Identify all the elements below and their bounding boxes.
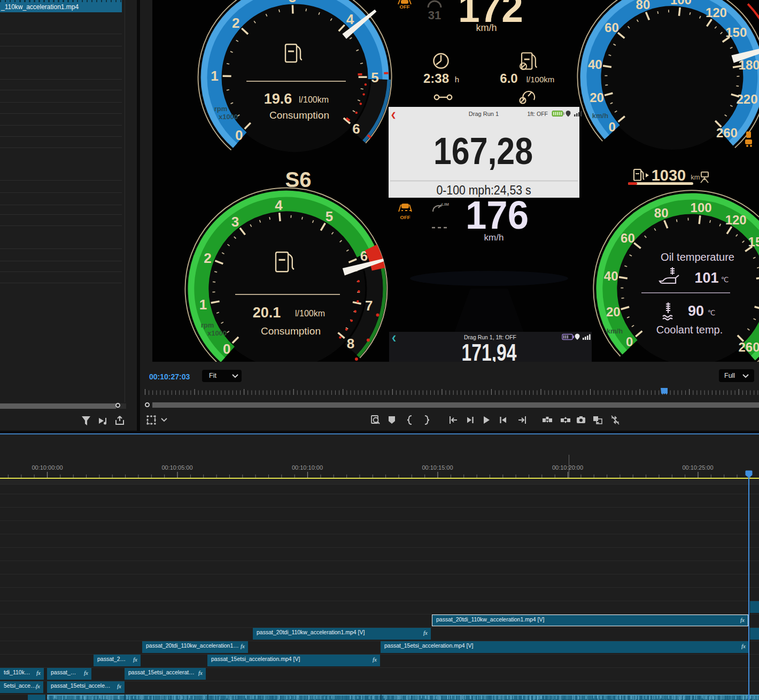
svg-text:220: 220 xyxy=(736,92,757,106)
svg-text:km/h: km/h xyxy=(607,327,623,335)
svg-text:31: 31 xyxy=(428,9,441,22)
svg-text:60: 60 xyxy=(605,20,619,35)
svg-text:0: 0 xyxy=(608,120,615,134)
svg-text:40: 40 xyxy=(604,269,618,283)
svg-text:rpm: rpm xyxy=(214,105,228,113)
svg-text:260: 260 xyxy=(716,126,738,140)
svg-text:0-100 mph:24,53 s: 0-100 mph:24,53 s xyxy=(437,183,531,197)
svg-text:4: 4 xyxy=(275,197,283,213)
svg-text:5: 5 xyxy=(371,69,378,85)
svg-text:℃: ℃ xyxy=(721,276,729,284)
svg-text:Consumption: Consumption xyxy=(269,110,329,121)
svg-text:4: 4 xyxy=(346,11,354,27)
svg-text:6: 6 xyxy=(352,121,360,137)
svg-text:150: 150 xyxy=(725,25,747,40)
svg-text:Oil temperature: Oil temperature xyxy=(661,251,734,263)
svg-text:40: 40 xyxy=(588,57,602,72)
svg-text:h: h xyxy=(455,75,459,84)
svg-text:l/100km: l/100km xyxy=(295,309,325,318)
svg-text:Consumption: Consumption xyxy=(261,325,321,337)
svg-text:km/h: km/h xyxy=(592,112,608,120)
svg-text:60: 60 xyxy=(621,231,635,245)
svg-text:80: 80 xyxy=(654,206,669,220)
svg-text:rpm: rpm xyxy=(201,321,214,329)
svg-text:7: 7 xyxy=(365,298,373,314)
svg-text:x1000: x1000 xyxy=(219,113,238,121)
svg-text:20: 20 xyxy=(590,90,604,105)
svg-text:km/h: km/h xyxy=(476,22,497,33)
svg-text:Coolant temp.: Coolant temp. xyxy=(656,324,723,336)
svg-text:❮: ❮ xyxy=(391,111,396,119)
svg-text:176: 176 xyxy=(466,192,529,237)
svg-text:km/h: km/h xyxy=(484,232,504,243)
svg-text:100: 100 xyxy=(691,200,712,215)
svg-text:0: 0 xyxy=(235,127,243,143)
svg-text:l/100km: l/100km xyxy=(299,95,329,104)
svg-text:1: 1 xyxy=(199,297,207,313)
svg-text:150: 150 xyxy=(748,235,759,249)
svg-text:6.0: 6.0 xyxy=(500,71,517,85)
svg-text:2: 2 xyxy=(232,15,239,31)
svg-text:2: 2 xyxy=(204,250,211,266)
svg-text:Drag Run 1: Drag Run 1 xyxy=(469,111,499,117)
svg-text:80: 80 xyxy=(636,0,650,12)
svg-text:90: 90 xyxy=(688,303,704,319)
svg-text:8: 8 xyxy=(347,336,354,352)
svg-text:167,28: 167,28 xyxy=(433,130,533,172)
svg-text:5: 5 xyxy=(326,208,333,224)
svg-text:x1000: x1000 xyxy=(207,329,227,337)
svg-text:0: 0 xyxy=(626,335,633,349)
svg-text:20: 20 xyxy=(606,305,621,319)
svg-text:260: 260 xyxy=(738,340,759,354)
svg-text:3: 3 xyxy=(289,0,296,5)
svg-text:LIM: LIM xyxy=(442,202,449,207)
svg-text:l/100km: l/100km xyxy=(526,75,555,84)
svg-text:171,94: 171,94 xyxy=(462,339,517,362)
svg-text:2:38: 2:38 xyxy=(423,71,449,85)
svg-text:120: 120 xyxy=(706,5,727,20)
svg-text:100: 100 xyxy=(670,0,692,7)
svg-text:3: 3 xyxy=(231,214,239,230)
svg-text:OFF: OFF xyxy=(400,4,410,10)
svg-text:1: 1 xyxy=(211,68,218,84)
svg-text:km: km xyxy=(691,173,700,181)
svg-text:19.6: 19.6 xyxy=(264,91,292,107)
svg-text:1030: 1030 xyxy=(652,167,686,184)
svg-text:101: 101 xyxy=(694,270,718,286)
svg-text:20.1: 20.1 xyxy=(253,305,281,321)
svg-text:1ft: OFF: 1ft: OFF xyxy=(527,111,548,117)
svg-text:120: 120 xyxy=(725,213,747,227)
svg-text:❮: ❮ xyxy=(391,335,396,342)
svg-text:OFF: OFF xyxy=(400,214,411,220)
svg-text:0: 0 xyxy=(223,341,230,357)
svg-text:℃: ℃ xyxy=(708,309,716,317)
